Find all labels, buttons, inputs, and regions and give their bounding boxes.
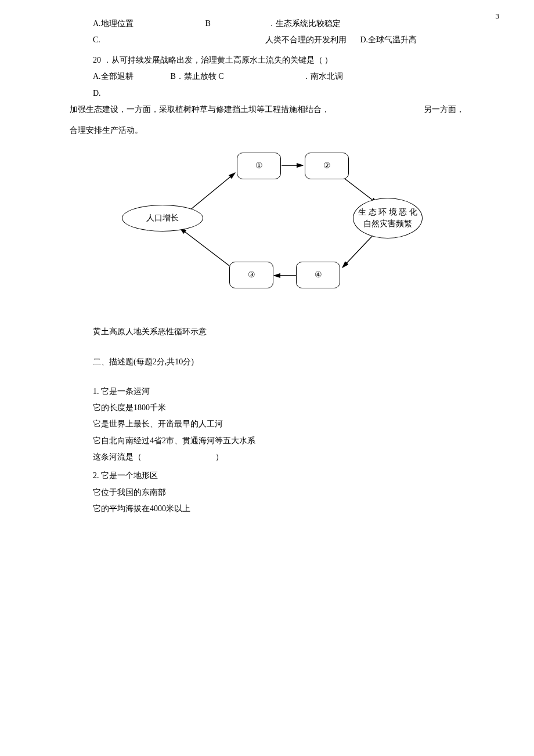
q19-opt-a: A.地理位置 <box>93 17 203 30</box>
q20-opt-d-line1: 加强生态建设，一方面，采取植树种草与修建挡土坝等工程措施相结合， 另一方面， <box>70 103 464 116</box>
svg-line-3 <box>342 234 374 267</box>
q19-options-row2: C. 人类不合理的开发利用 D.全球气温升高 <box>93 34 464 46</box>
q19-opt-b-text: ．生态系统比较稳定 <box>268 17 341 30</box>
page-number: 3 <box>496 10 500 23</box>
q20-opt-d-line1-right: 另一方面， <box>424 103 464 116</box>
s2-q1-l5-left: 这条河流是（ <box>93 451 142 464</box>
s2-q2-l3: 它的平均海拔在4000米以上 <box>93 502 464 515</box>
q20-opt-d-line1-left: 加强生态建设，一方面，采取植树种草与修建挡土坝等工程措施相结合， <box>70 103 400 116</box>
right-ellipse-line2: 自然灾害频繁 <box>358 218 417 230</box>
diagram-box-4: ④ <box>296 262 340 288</box>
q19-opt-b-label: B <box>205 17 217 30</box>
q19-opt-c-label: C. <box>93 34 104 46</box>
q20-opt-d-label: D. <box>93 87 464 100</box>
s2-q1-l3: 它是世界上最长、开凿最早的人工河 <box>93 418 464 431</box>
diagram-caption: 黄土高原人地关系恶性循环示意 <box>93 325 464 338</box>
diagram-box-2: ② <box>305 153 349 179</box>
section2-title: 二、描述题(每题2分,共10分) <box>93 356 464 368</box>
s2-q1-l2: 它的长度是1800千米 <box>93 401 464 414</box>
svg-line-5 <box>180 228 229 266</box>
q19-opt-d: D.全球气温升高 <box>360 34 417 46</box>
right-ellipse-line1: 生 态 环 境 恶 化 <box>358 207 417 218</box>
cycle-diagram: ① ② ③ ④ 人口增长 生 态 环 境 恶 化 自然灾害频繁 <box>110 141 424 309</box>
svg-line-0 <box>186 173 235 214</box>
s2-q1-l5-right: ） <box>215 451 223 464</box>
s2-q2-lead: 2. 它是一个地形区 <box>93 469 464 482</box>
q20-opt-d-line2: 合理安排生产活动。 <box>70 124 464 137</box>
s2-q1-lead: 1. 它是一条运河 <box>93 385 464 398</box>
diagram-ellipse-left: 人口增长 <box>122 205 203 231</box>
s2-q2-l2: 它位于我国的东南部 <box>93 486 464 499</box>
s2-q1-l4: 它自北向南经过4省2市、贯通海河等五大水系 <box>93 435 464 447</box>
q20-opt-a: A.全部退耕 <box>93 70 168 83</box>
q20-opt-b: B．禁止放牧 C <box>171 70 240 83</box>
q19-options-row1: A.地理位置 B ．生态系统比较稳定 <box>93 17 464 30</box>
diagram-box-1: ① <box>237 153 281 179</box>
q20-stem: 20 ．从可持续发展战略出发，治理黄土高原水土流失的关键是（ ） <box>93 54 464 67</box>
diagram-ellipse-right: 生 态 环 境 恶 化 自然灾害频繁 <box>353 198 423 238</box>
q20-options-row1: A.全部退耕 B．禁止放牧 C ．南水北调 <box>93 70 464 83</box>
q19-opt-c-text: 人类不合理的开发利用 <box>265 34 358 46</box>
diagram-box-3: ③ <box>229 262 273 288</box>
q20-opt-c-text: ．南水北调 <box>302 70 343 83</box>
s2-q1-l5: 这条河流是（ ） <box>93 451 464 464</box>
